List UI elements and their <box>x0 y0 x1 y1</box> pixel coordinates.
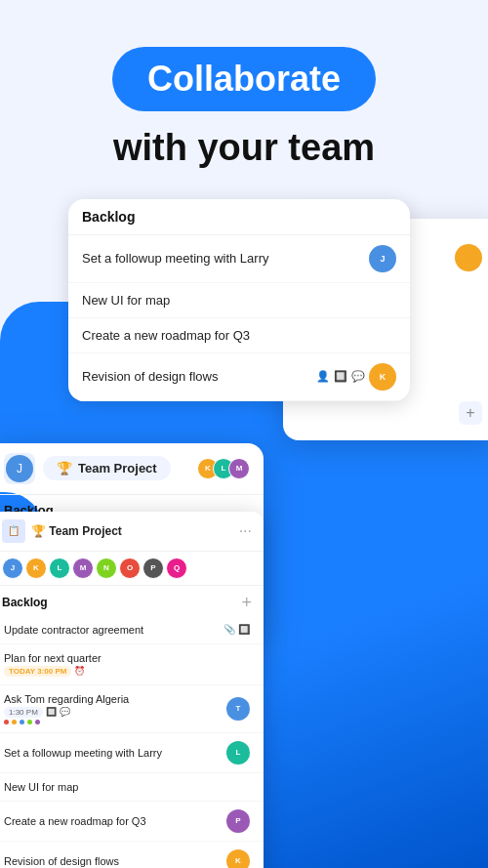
task-item: New UI for map <box>0 773 264 802</box>
front-card-title: 🏆 Team Project <box>31 524 233 538</box>
content-area: In- Be R AWw + Backlog Set a followup me… <box>0 199 488 824</box>
title-text: Team Project <box>78 461 157 475</box>
mid-task-avatar: J <box>369 245 396 272</box>
front-card-logo: 📋 <box>2 519 25 543</box>
avatar: P <box>142 558 164 579</box>
task-actions: 📎 🔲 <box>224 624 250 635</box>
task-text: New UI for map <box>4 781 250 793</box>
mid-task-text: New UI for map <box>82 293 396 308</box>
avatar: O <box>119 558 141 579</box>
task-item: Update contractor agreement 📎 🔲 <box>0 616 264 644</box>
card-logo: J <box>4 453 35 484</box>
task-item: Set a followup meeting with Larry L <box>0 733 264 773</box>
mid-card-header: Backlog <box>68 199 410 235</box>
main-card-header: J 🏆 Team Project K L M <box>0 443 264 495</box>
back-card-add-button[interactable]: + <box>459 401 482 425</box>
header: Collaborate with your team <box>0 0 488 189</box>
title-emoji: 🏆 <box>57 461 72 475</box>
mid-task-text: Set a followup meeting with Larry <box>82 251 361 266</box>
dot <box>35 720 40 724</box>
mid-task-text: Revision of design flows <box>82 369 308 384</box>
front-card: 📋 🏆 Team Project ··· J K L M N O P Q Bac… <box>0 512 264 868</box>
task-text: Set a followup meeting with Larry <box>4 747 219 759</box>
mid-task-item: Set a followup meeting with Larry J <box>68 235 410 283</box>
attachment-icon: 📎 <box>224 624 235 635</box>
mid-card-title: Backlog <box>82 209 396 225</box>
task-text: Ask Tom regarding Algeria <box>4 693 219 705</box>
avatar-group: K L M <box>203 458 250 479</box>
task-avatar: T <box>226 697 250 721</box>
checkbox-icon: 🔲 <box>238 624 250 635</box>
avatar: L <box>49 558 70 579</box>
mid-card: Backlog Set a followup meeting with Larr… <box>68 199 410 401</box>
front-card-header: 📋 🏆 Team Project ··· <box>0 512 264 552</box>
task-avatar: P <box>226 809 250 833</box>
backlog-section-header: Backlog + <box>0 586 264 616</box>
task-text: Create a new roadmap for Q3 <box>4 815 219 827</box>
task-text: Update contractor agreement <box>4 624 216 636</box>
mid-task-avatar: K <box>369 363 396 391</box>
mid-task-text: Create a new roadmap for Q3 <box>82 328 396 343</box>
task-content: Plan for next quarter TODAY 3:00 PM ⏰ <box>4 652 250 677</box>
task-item: Create a new roadmap for Q3 P <box>0 802 264 842</box>
avatar: N <box>96 558 117 579</box>
menu-button[interactable]: ··· <box>239 522 252 540</box>
card-title: 🏆 Team Project <box>43 456 171 480</box>
dot <box>12 720 17 724</box>
task-avatar: L <box>226 741 250 765</box>
task-item: Plan for next quarter TODAY 3:00 PM ⏰ <box>0 644 264 685</box>
mid-task-item: Revision of design flows 👤 🔲 💬 K <box>68 353 410 401</box>
add-task-button[interactable]: + <box>241 593 252 613</box>
icon: 👤 <box>316 370 330 383</box>
avatar: J <box>2 558 23 579</box>
avatar: Q <box>166 558 187 579</box>
avatar: K <box>25 558 47 579</box>
task-text: Revision of design flows <box>4 855 219 867</box>
backlog-title: Backlog <box>2 596 241 609</box>
task-item: Revision of design flows K <box>0 842 264 868</box>
subtitle: with your team <box>29 127 459 170</box>
task-item: Ask Tom regarding Algeria 1:30 PM 🔲 💬 T <box>0 685 264 733</box>
collaborate-badge: Collaborate <box>112 47 376 111</box>
task-content: Ask Tom regarding Algeria 1:30 PM 🔲 💬 <box>4 693 219 724</box>
front-card-avatars: J K L M N O P Q <box>0 552 264 586</box>
back-card-avatar <box>455 244 482 271</box>
icon: 🔲 <box>334 370 347 383</box>
task-text: Plan for next quarter <box>4 652 250 664</box>
icon: 💬 <box>351 370 365 383</box>
avatar: M <box>228 458 250 479</box>
task-badge: 1:30 PM <box>4 707 43 718</box>
avatar: M <box>72 558 94 579</box>
clock-icon: ⏰ <box>74 666 85 676</box>
dot <box>27 720 32 724</box>
task-badge: TODAY 3:00 PM <box>4 666 71 677</box>
comment-icon: 💬 <box>60 707 70 717</box>
checkbox-icon: 🔲 <box>46 707 57 717</box>
dot <box>4 720 9 724</box>
mid-task-item: New UI for map <box>68 283 410 318</box>
task-avatar: K <box>226 849 250 868</box>
mid-task-item: Create a new roadmap for Q3 <box>68 318 410 353</box>
dot <box>20 720 24 724</box>
